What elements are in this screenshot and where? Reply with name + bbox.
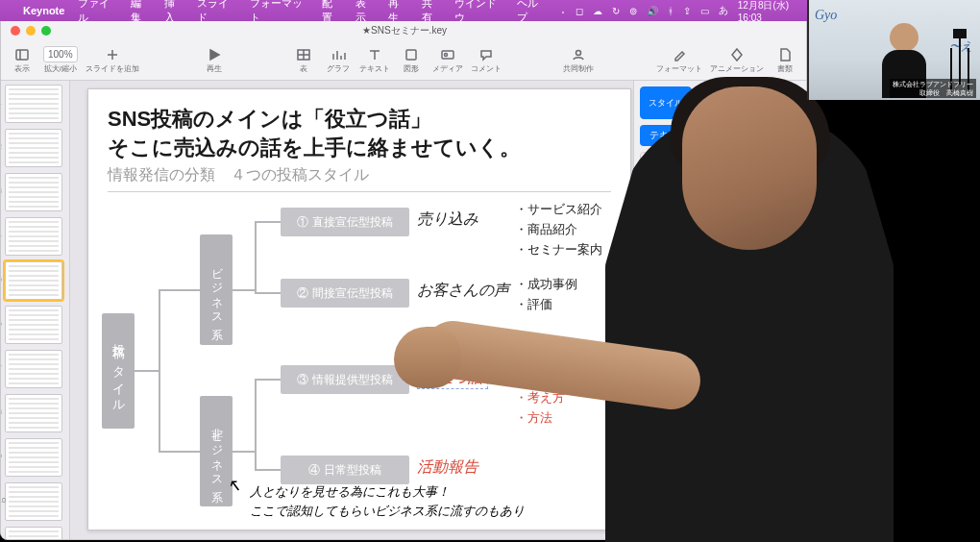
slide-headline[interactable]: SNS投稿のメインは「役立つ話」 そこに売込みの話を上手に絡ませていく。 xyxy=(88,89,630,165)
annotation-4[interactable]: 活動報告 xyxy=(417,457,478,478)
border-label: 枠線 xyxy=(640,236,659,250)
toolbar-shape[interactable]: 図形 xyxy=(398,47,425,74)
slide-thumbnail[interactable] xyxy=(5,350,62,388)
battery-icon[interactable]: ▭ xyxy=(700,6,709,16)
media-icon xyxy=(440,47,455,62)
toolbar-animate[interactable]: アニメーション xyxy=(710,47,764,74)
toolbar-table[interactable]: 表 xyxy=(290,47,317,74)
bullets-1[interactable]: ・サービス紹介・商品紹介・セミナー案内 xyxy=(515,200,602,259)
slide-thumbnail[interactable] xyxy=(5,217,62,256)
slide-thumbnail[interactable] xyxy=(5,527,62,540)
minimize-button[interactable] xyxy=(26,26,36,36)
border-select[interactable]: 枠線なし xyxy=(640,254,800,272)
toolbar-add-slide[interactable]: スライドを追加 xyxy=(86,47,139,74)
current-slide[interactable]: SNS投稿のメインは「役立つ話」 そこに売込みの話を上手に絡ませていく。 情報発… xyxy=(87,88,631,530)
cloud-icon[interactable]: ☁ xyxy=(593,6,602,16)
tree-cat-business[interactable]: ビジネス系 xyxy=(200,234,233,345)
slide-thumbnail[interactable] xyxy=(5,85,62,123)
inspector-border[interactable]: 枠線 ⌄ xyxy=(640,228,800,250)
bluetooth-icon[interactable]: ᚼ xyxy=(668,6,674,16)
chevron-down-icon: ⌄ xyxy=(793,238,800,249)
tab-style[interactable]: スタイル xyxy=(640,86,692,119)
inspector-opacity[interactable]: 不透明度 ⌄ xyxy=(640,362,800,384)
toolbar-play[interactable]: 再生 xyxy=(201,47,228,74)
tree-root[interactable]: 投稿スタイル xyxy=(102,313,135,429)
bullets-3[interactable]: ・最新情報・使い方・考え方・方法 xyxy=(515,348,577,428)
table-icon xyxy=(296,47,311,62)
keynote-window: ★SNSセミナー.key 表示 100% 拡大/縮小 スライドを追加 再生 表 … xyxy=(0,21,807,540)
l: メディア xyxy=(432,63,463,74)
l: コメント xyxy=(471,63,502,74)
inspector-fill[interactable]: 塗りつぶし ⌄ xyxy=(640,190,800,212)
chevron-down-icon: ⌄ xyxy=(793,373,800,383)
dropbox-icon[interactable]: ⬪ xyxy=(560,6,566,16)
shadow-label: シャドウ xyxy=(640,296,678,309)
document-icon xyxy=(777,47,793,62)
slide-thumbnail[interactable] xyxy=(5,438,62,477)
annotation-1[interactable]: 売り込み xyxy=(417,209,478,230)
slide-subtitle[interactable]: 情報発信の分類 ４つの投稿スタイル xyxy=(88,165,630,189)
svg-point-4 xyxy=(444,53,447,56)
style-chip-text2[interactable]: テキ xyxy=(640,152,680,175)
slide-canvas[interactable]: SNS投稿のメインは「役立つ話」 そこに売込みの話を上手に絡ませていく。 情報発… xyxy=(70,81,633,540)
slide-thumbnail[interactable] xyxy=(5,173,62,211)
svg-rect-0 xyxy=(16,50,28,60)
l: 図形 xyxy=(404,63,419,74)
headline-line1: SNS投稿のメインは「役立つ話」 xyxy=(108,107,431,131)
zoom-value[interactable]: 100% xyxy=(43,46,78,62)
diamond-icon xyxy=(729,47,745,62)
close-button[interactable] xyxy=(11,26,20,36)
inspector-shadow[interactable]: シャドウ ⌄ xyxy=(640,287,800,309)
handwritten-note[interactable]: ↖ 人となりを見せる為にこれも大事！ ここで認知してもらいビジネス系に流すのもあ… xyxy=(250,482,525,520)
slide-thumbnail[interactable] xyxy=(5,306,62,344)
toolbar-format[interactable]: フォーマット xyxy=(656,47,702,74)
airdrop-icon[interactable]: ⊚ xyxy=(629,6,637,16)
toolbar-zoom[interactable]: 100% 拡大/縮小 xyxy=(43,46,78,74)
pip-caption-l1: 株式会社ラブアンドフリー xyxy=(893,81,973,87)
reflect-checkbox[interactable] xyxy=(640,334,651,346)
bullets-2[interactable]: ・成功事例・評価 xyxy=(515,275,577,315)
inspector-reflect[interactable]: 反射 xyxy=(640,325,800,347)
toolbar-add-slide-label: スライドを追加 xyxy=(86,63,139,74)
app-name[interactable]: Keynote xyxy=(23,5,64,16)
wifi-icon[interactable]: ⇪ xyxy=(683,6,691,16)
l: 共同制作 xyxy=(563,63,594,74)
divider xyxy=(108,191,611,192)
zoom-button[interactable] xyxy=(41,26,51,36)
l: グラフ xyxy=(327,63,350,74)
slide-thumbnail[interactable] xyxy=(5,129,62,167)
slide-thumbnail[interactable] xyxy=(5,482,62,521)
toolbar-collab[interactable]: 共同制作 xyxy=(563,47,594,74)
chevron-down-icon: ⌄ xyxy=(793,298,800,308)
tree-node-2[interactable]: ② 間接宣伝型投稿 xyxy=(281,279,409,308)
tab-document[interactable]: 書類 xyxy=(748,86,800,119)
menubar-clock: 12月8日(水) 16:03 xyxy=(738,0,797,23)
tree-node-1[interactable]: ① 直接宣伝型投稿 xyxy=(281,208,409,236)
annotation-3[interactable]: 役立つ話 xyxy=(417,367,488,389)
toolbar-text[interactable]: テキスト xyxy=(359,47,390,74)
toolbar-chart[interactable]: グラフ xyxy=(325,47,352,74)
diagram-tree[interactable]: 投稿スタイル ビジネス系 非ビジネス系 ① 直接宣伝型投稿 ② 間接宣伝型投稿 … xyxy=(102,198,617,515)
pip-caption: 株式会社ラブアンドフリー 取締役 高橋真樹 xyxy=(890,79,976,98)
tree-node-4[interactable]: ④ 日常型投稿 xyxy=(281,456,409,484)
annotation-2[interactable]: お客さんの声 xyxy=(417,281,509,301)
l: 書類 xyxy=(777,63,793,74)
notion-icon[interactable]: ◻ xyxy=(576,6,583,16)
tree-node-3[interactable]: ③ 情報提供型投稿 xyxy=(281,365,409,394)
slide-thumbnail[interactable] xyxy=(5,394,62,432)
toolbar-view[interactable]: 表示 xyxy=(9,47,36,74)
toolbar-document[interactable]: 書類 xyxy=(772,47,798,74)
tab-animate[interactable]: アニメーション xyxy=(694,86,746,119)
chevron-down-icon: ⌄ xyxy=(793,201,800,211)
toolbar-media[interactable]: メディア xyxy=(432,47,463,74)
l: フォーマット xyxy=(656,63,702,74)
style-chip-text[interactable]: テキスト xyxy=(640,125,698,146)
plus-icon xyxy=(105,47,120,62)
slide-thumbnail[interactable] xyxy=(5,261,62,300)
sync-icon[interactable]: ↻ xyxy=(612,6,620,16)
input-icon[interactable]: あ xyxy=(719,4,728,17)
toolbar-comment[interactable]: コメント xyxy=(471,47,502,74)
toolbar-view-label: 表示 xyxy=(14,63,30,74)
slide-navigator[interactable] xyxy=(1,81,70,540)
volume-icon[interactable]: 🔊 xyxy=(647,6,658,16)
